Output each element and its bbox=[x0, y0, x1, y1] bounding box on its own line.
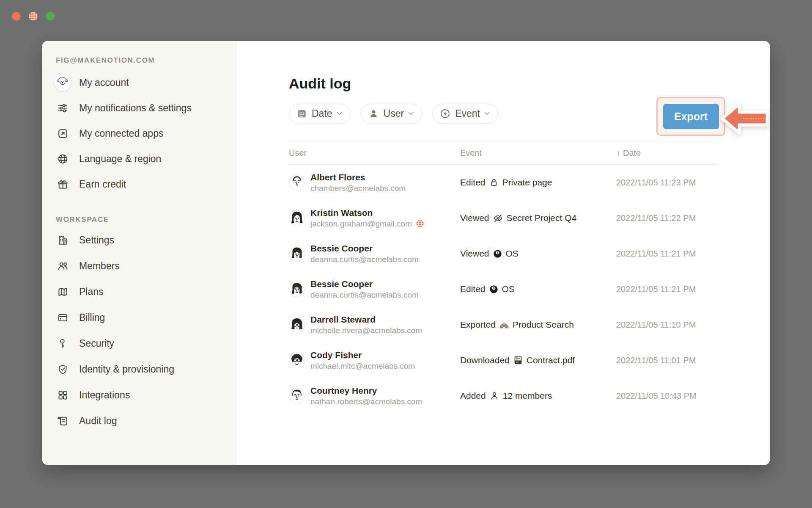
globe-icon bbox=[56, 152, 69, 165]
user-email: deanna.curtis@acmelabs.com bbox=[310, 254, 419, 265]
sidebar-item-label: Security bbox=[79, 338, 114, 349]
user-email: michael.mitc@acmelabs.com bbox=[310, 361, 415, 371]
avatar bbox=[289, 388, 305, 404]
sidebar-item-label: Plans bbox=[79, 286, 104, 298]
event-date: 2022/11/05 11:22 PM bbox=[616, 213, 719, 223]
user-filter-button[interactable]: User bbox=[361, 104, 422, 124]
sliders-icon bbox=[56, 102, 69, 114]
sidebar-item-language-region[interactable]: Language & region bbox=[56, 146, 237, 171]
filter-label: Event bbox=[455, 108, 480, 119]
event-object: Contract.pdf bbox=[527, 355, 575, 365]
sidebar-item-label: Language & region bbox=[79, 153, 161, 165]
building-icon bbox=[56, 234, 69, 247]
sidebar-item-identity-provisioning[interactable]: Identity & provisioning bbox=[56, 356, 237, 382]
annotation-left-arrow-icon bbox=[719, 100, 770, 137]
event-verb: Downloaded bbox=[460, 355, 510, 365]
page-title: Audit log bbox=[289, 75, 351, 92]
zoom-window-button[interactable] bbox=[46, 12, 55, 21]
filter-label: User bbox=[384, 108, 404, 119]
audit-log-panel: Audit log Date User Event Export bbox=[237, 41, 770, 465]
user-email: nathan.roberts@acmelabs.com bbox=[310, 396, 422, 407]
sidebar-item-connected-apps[interactable]: My connected apps bbox=[56, 121, 237, 146]
person-outline-icon bbox=[489, 391, 499, 401]
user-name: Darrell Steward bbox=[310, 314, 422, 325]
event-object: OS bbox=[506, 248, 518, 259]
pdf-doc-icon bbox=[513, 355, 523, 365]
key-icon bbox=[56, 337, 69, 350]
eye-slash-icon bbox=[493, 213, 503, 224]
map-icon bbox=[56, 286, 69, 298]
sidebar-item-security[interactable]: Security bbox=[56, 331, 237, 356]
table-row: Bessie Cooper deanna.curtis@acmelabs.com… bbox=[289, 271, 719, 307]
user-email: michelle.rivera@acmelabs.com bbox=[310, 325, 422, 336]
chevron-down-icon bbox=[408, 112, 414, 116]
table-row: Kristin Watson jackson.graham@gmail.com … bbox=[289, 200, 719, 236]
sidebar-item-label: My notifications & settings bbox=[79, 102, 192, 114]
user-name: Bessie Cooper bbox=[310, 243, 419, 254]
avatar bbox=[289, 174, 305, 190]
date-filter-button[interactable]: Date bbox=[289, 104, 351, 124]
arrow-up-right-box-icon bbox=[56, 127, 69, 140]
table-row: Cody Fisher michael.mitc@acmelabs.com Do… bbox=[289, 342, 719, 378]
event-date: 2022/11/05 11:23 PM bbox=[616, 178, 719, 188]
sidebar-item-earn-credit[interactable]: Earn credit bbox=[56, 171, 237, 197]
event-object: Secret Project Q4 bbox=[507, 213, 577, 223]
user-name: Bessie Cooper bbox=[310, 279, 419, 290]
sidebar-item-label: Identity & provisioning bbox=[79, 364, 174, 375]
table-row: Courtney Henry nathan.roberts@acmelabs.c… bbox=[289, 378, 719, 414]
export-button[interactable]: Export bbox=[663, 104, 719, 129]
event-filter-button[interactable]: Event bbox=[432, 104, 498, 124]
event-verb: Exported bbox=[460, 320, 496, 330]
sidebar-item-plans[interactable]: Plans bbox=[56, 279, 237, 305]
event-verb: Viewed bbox=[460, 248, 489, 259]
sidebar-item-label: My connected apps bbox=[79, 128, 163, 139]
bolt-circle-icon bbox=[440, 108, 450, 119]
event-date: 2022/11/05 11:21 PM bbox=[616, 284, 719, 294]
calendar-icon bbox=[296, 108, 307, 119]
window-controls bbox=[12, 12, 55, 21]
sidebar-item-notifications-settings[interactable]: My notifications & settings bbox=[56, 95, 237, 121]
user-name: Kristin Watson bbox=[310, 207, 425, 218]
minimize-window-button[interactable] bbox=[29, 12, 38, 21]
settings-window: FIG@MAKENOTION.COM My account My notific… bbox=[42, 41, 770, 465]
account-email-label: FIG@MAKENOTION.COM bbox=[56, 56, 237, 65]
sidebar-item-audit-log[interactable]: Audit log bbox=[56, 408, 237, 434]
shield-check-icon bbox=[56, 363, 69, 376]
sidebar-item-label: Earn credit bbox=[79, 179, 126, 190]
table-header-row: User Event ↑ Date bbox=[289, 141, 719, 165]
settings-sidebar: FIG@MAKENOTION.COM My account My notific… bbox=[42, 41, 237, 465]
column-header-date[interactable]: ↑ Date bbox=[616, 148, 719, 158]
sidebar-item-label: Integrations bbox=[79, 389, 130, 401]
sidebar-item-members[interactable]: Members bbox=[56, 253, 237, 279]
table-row: Albert Flores chambers@acmelabs.com Edit… bbox=[289, 165, 719, 200]
event-object: OS bbox=[502, 284, 515, 294]
user-email-text: jackson.graham@gmail.com bbox=[310, 218, 412, 229]
grid-icon bbox=[56, 389, 69, 402]
audit-log-table: User Event ↑ Date Albert Flores chambers… bbox=[289, 141, 719, 414]
workspace-section-label: WORKSPACE bbox=[56, 215, 237, 224]
column-header-date-label: Date bbox=[623, 148, 641, 158]
event-object: Product Search bbox=[513, 320, 574, 330]
eight-ball-icon bbox=[489, 284, 499, 294]
sidebar-item-integrations[interactable]: Integrations bbox=[56, 382, 237, 408]
event-date: 2022/11/05 11:01 PM bbox=[616, 356, 719, 365]
sidebar-item-settings[interactable]: Settings bbox=[56, 227, 237, 253]
filter-label: Date bbox=[312, 108, 332, 119]
close-window-button[interactable] bbox=[12, 12, 21, 21]
user-name: Albert Flores bbox=[310, 172, 406, 183]
user-email: chambers@acmelabs.com bbox=[310, 183, 406, 193]
sidebar-item-label: Billing bbox=[79, 312, 105, 323]
user-name: Cody Fisher bbox=[310, 350, 415, 361]
credit-card-icon bbox=[56, 312, 69, 324]
event-verb: Edited bbox=[460, 284, 486, 294]
avatar bbox=[289, 352, 305, 368]
rainbow-icon bbox=[499, 320, 509, 330]
sidebar-item-my-account[interactable]: My account bbox=[56, 70, 237, 95]
table-row: Darrell Steward michelle.rivera@acmelabs… bbox=[289, 307, 719, 342]
event-object: Private page bbox=[502, 177, 552, 188]
user-email: deanna.curtis@acmelabs.com bbox=[310, 290, 419, 300]
column-header-user: User bbox=[289, 148, 460, 158]
sidebar-item-billing[interactable]: Billing bbox=[56, 305, 237, 331]
person-icon bbox=[368, 108, 379, 119]
sidebar-item-label: Settings bbox=[79, 235, 114, 246]
